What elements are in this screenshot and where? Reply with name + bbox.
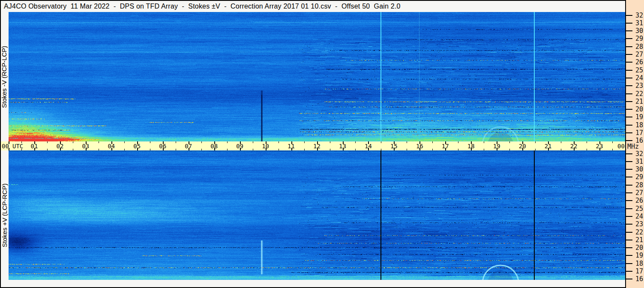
freq-tick [626, 78, 632, 78]
freq-tick-label: 24 [634, 74, 643, 82]
freq-tick [626, 185, 632, 186]
time-tick-label: 11 [288, 143, 295, 150]
freq-tick [626, 224, 632, 225]
freq-tick-label: 22 [634, 90, 643, 98]
time-tick-label: 16 [416, 143, 423, 150]
freq-tick [626, 38, 632, 39]
freq-tick-label: 28 [634, 181, 643, 189]
half-hour-tick [201, 141, 202, 143]
time-tick-label: 19 [493, 143, 500, 150]
time-tick-label: 14 [365, 143, 372, 150]
freq-tick-label: 17 [634, 129, 643, 137]
freq-tick-label: 23 [634, 82, 643, 90]
freq-tick [626, 62, 632, 63]
half-hour-tick [561, 141, 561, 143]
freq-tick [626, 46, 632, 47]
freq-tick-label: 28 [634, 43, 643, 51]
freq-tick [626, 140, 632, 141]
time-tick-label: 04 [108, 143, 115, 150]
freq-tick-label: 18 [634, 260, 643, 267]
freq-tick-label: 30 [634, 27, 643, 35]
freq-tick [626, 132, 632, 133]
half-hour-tick [47, 141, 48, 143]
time-tick-label: 01 [31, 143, 38, 150]
freq-tick-label: 26 [634, 58, 643, 66]
half-hour-tick [279, 141, 279, 143]
freq-tick [626, 247, 632, 248]
time-tick-label: 09 [236, 143, 243, 150]
half-hour-tick [458, 141, 458, 143]
time-tick-label: 20 [519, 143, 526, 150]
time-tick-label: 17 [442, 143, 449, 150]
half-hour-tick [124, 141, 125, 143]
time-tick-label: 07 [185, 143, 192, 150]
freq-tick-label: 29 [634, 35, 643, 42]
freq-tick-label: 32 [634, 12, 643, 19]
time-tick-label: 13 [339, 143, 346, 150]
half-hour-tick [509, 141, 510, 143]
time-tick-label: 12 [313, 143, 321, 150]
freq-tick [626, 30, 632, 31]
freq-tick [626, 240, 632, 240]
time-tick-label: 10 [262, 143, 269, 150]
freq-tick [626, 216, 632, 217]
half-hour-tick [484, 141, 484, 143]
freq-tick-label: 27 [634, 189, 643, 197]
freq-tick [626, 85, 632, 86]
page-title: AJ4CO Observatory 11 Mar 2022 - DPS on T… [4, 3, 401, 10]
freq-tick [626, 200, 632, 201]
freq-tick [626, 153, 632, 154]
time-tick-label: 06 [159, 143, 166, 150]
freq-tick [626, 169, 632, 170]
freq-tick-label: 25 [634, 205, 643, 213]
time-tick-label: 22 [570, 143, 578, 150]
utc-unit-label: UTC [12, 143, 23, 150]
half-hour-tick [99, 141, 99, 143]
half-hour-tick [150, 141, 150, 143]
panel-label-stokes-minus-v: Stokes -V (RCP-LCP) [0, 12, 9, 141]
freq-tick-label: 20 [634, 105, 643, 113]
freq-tick-label: 19 [634, 252, 643, 259]
time-tick-label: 21 [545, 143, 552, 150]
frequency-axis: MHz 323130292827262524232221201918171632… [626, 0, 644, 288]
half-hour-tick [432, 141, 433, 143]
half-hour-tick [73, 141, 73, 143]
border-right [625, 0, 626, 288]
time-tick-label: 18 [467, 143, 475, 150]
freq-tick [626, 271, 632, 272]
half-hour-tick [304, 141, 305, 143]
time-axis: 0001020304050607080910111213141516171819… [1, 141, 625, 150]
freq-tick [626, 263, 632, 264]
freq-tick-label: 16 [634, 137, 643, 144]
freq-tick [626, 15, 632, 16]
freq-tick-label: 27 [634, 51, 643, 58]
panel-label-stokes-plus-v: Stokes +V (LCP-RCP) [0, 150, 9, 280]
time-tick-label: 02 [56, 143, 63, 150]
freq-tick-label: 19 [634, 113, 643, 121]
time-tick-label: 00 [2, 143, 9, 150]
title-bar: AJ4CO Observatory 11 Mar 2022 - DPS on T… [1, 1, 625, 12]
half-hour-tick [176, 141, 176, 143]
freq-tick-label: 32 [634, 150, 643, 158]
freq-tick [626, 161, 632, 162]
spectrogram-stokes-minus-v [9, 12, 625, 141]
half-hour-tick [355, 141, 356, 143]
half-hour-tick [381, 141, 381, 143]
time-tick-label: 15 [390, 143, 398, 150]
freq-tick-label: 29 [634, 173, 643, 181]
time-tick-label: 03 [82, 143, 89, 150]
freq-tick [626, 101, 632, 102]
freq-tick-label: 20 [634, 244, 643, 252]
time-tick-label: 23 [596, 143, 603, 150]
spectrogram-stokes-plus-v [9, 150, 625, 280]
freq-tick-label: 18 [634, 121, 643, 129]
half-hour-tick [535, 141, 536, 143]
freq-tick [626, 192, 632, 193]
half-hour-tick [587, 141, 587, 143]
freq-tick [626, 117, 632, 117]
freq-tick [626, 125, 632, 126]
time-tick-label: 00 [617, 143, 625, 150]
half-hour-tick [227, 141, 228, 143]
time-tick-label: 05 [133, 143, 141, 150]
half-hour-tick [407, 141, 407, 143]
